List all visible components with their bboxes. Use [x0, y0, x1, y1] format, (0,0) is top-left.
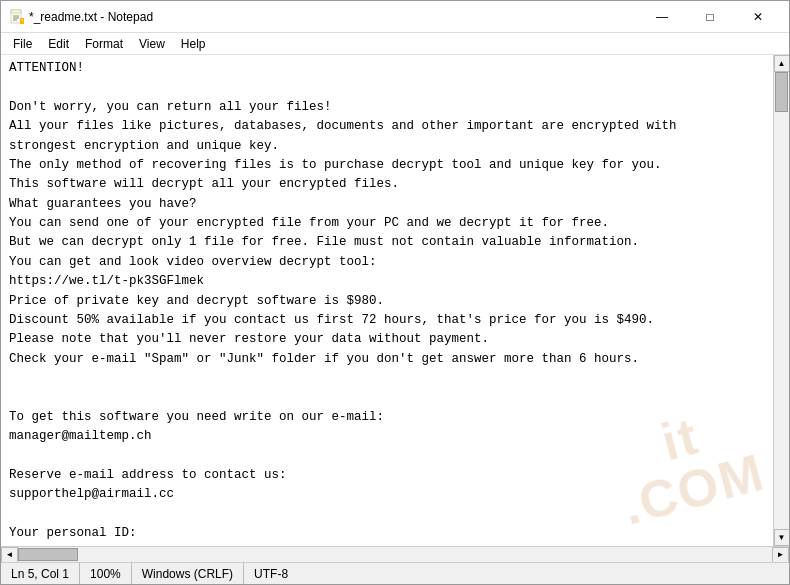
title-bar: *_readme.txt - Notepad — □ ✕	[1, 1, 789, 33]
status-bar: Ln 5, Col 1 100% Windows (CRLF) UTF-8	[1, 562, 789, 584]
scroll-thumb[interactable]	[775, 72, 788, 112]
window-controls: — □ ✕	[639, 1, 781, 33]
cursor-position: Ln 5, Col 1	[1, 563, 80, 584]
menu-format[interactable]: Format	[77, 35, 131, 53]
svg-rect-1	[11, 10, 21, 13]
text-editor[interactable]: ATTENTION! Don't worry, you can return a…	[1, 55, 773, 546]
svg-rect-5	[20, 18, 24, 24]
h-scroll-track[interactable]	[18, 547, 772, 562]
menu-bar: File Edit Format View Help	[1, 33, 789, 55]
encoding: UTF-8	[244, 563, 298, 584]
line-ending: Windows (CRLF)	[132, 563, 244, 584]
scroll-right-button[interactable]: ►	[772, 547, 789, 563]
maximize-button[interactable]: □	[687, 1, 733, 33]
scroll-track[interactable]	[774, 72, 789, 529]
scroll-up-button[interactable]: ▲	[774, 55, 790, 72]
horizontal-scrollbar[interactable]: ◄ ►	[1, 546, 789, 562]
scroll-left-button[interactable]: ◄	[1, 547, 18, 563]
h-scroll-thumb[interactable]	[18, 548, 78, 561]
menu-help[interactable]: Help	[173, 35, 214, 53]
vertical-scrollbar[interactable]: ▲ ▼	[773, 55, 789, 546]
minimize-button[interactable]: —	[639, 1, 685, 33]
menu-view[interactable]: View	[131, 35, 173, 53]
window-title: *_readme.txt - Notepad	[29, 10, 639, 24]
notepad-window: *_readme.txt - Notepad — □ ✕ File Edit F…	[0, 0, 790, 585]
content-area: ATTENTION! Don't worry, you can return a…	[1, 55, 789, 546]
notepad-icon	[9, 9, 25, 25]
zoom-level: 100%	[80, 563, 132, 584]
menu-edit[interactable]: Edit	[40, 35, 77, 53]
close-button[interactable]: ✕	[735, 1, 781, 33]
scroll-down-button[interactable]: ▼	[774, 529, 790, 546]
menu-file[interactable]: File	[5, 35, 40, 53]
